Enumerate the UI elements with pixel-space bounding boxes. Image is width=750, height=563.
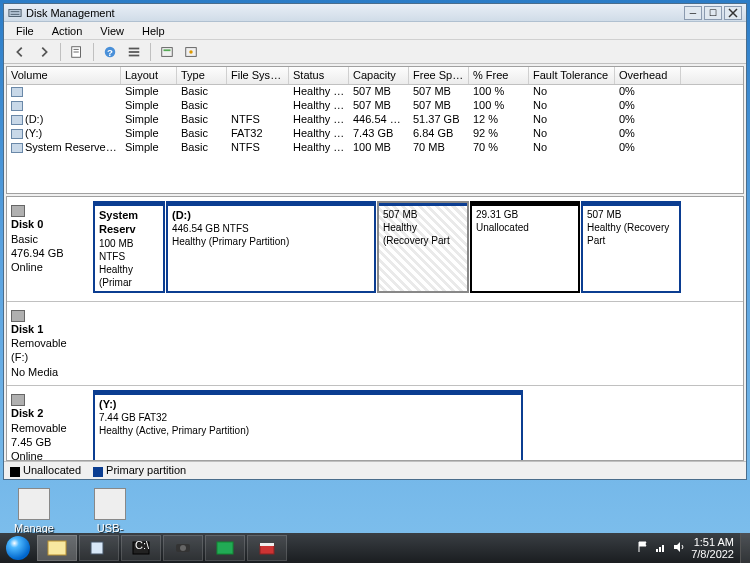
menu-bar: File Action View Help	[4, 22, 746, 40]
back-icon[interactable]	[10, 42, 30, 62]
volume-row[interactable]: (D:)SimpleBasicNTFSHealthy (P...446.54 G…	[7, 113, 743, 127]
tray-volume-icon[interactable]	[673, 541, 685, 555]
titlebar[interactable]: Disk Management ─ ☐	[4, 4, 746, 22]
volume-row[interactable]: SimpleBasicHealthy (R...507 MB507 MB100 …	[7, 85, 743, 99]
svg-rect-9	[129, 51, 140, 53]
show-desktop-button[interactable]	[740, 533, 750, 563]
refresh-icon[interactable]	[157, 42, 177, 62]
clock[interactable]: 1:51 AM 7/8/2022	[691, 536, 734, 560]
usb-dism-icon	[94, 488, 126, 520]
volume-row[interactable]: SimpleBasicHealthy (R...507 MB507 MB100 …	[7, 99, 743, 113]
partition[interactable]: 29.31 GBUnallocated	[470, 201, 580, 293]
maximize-button[interactable]: ☐	[704, 6, 722, 20]
disk-block: Disk 1Removable (F:)No Media	[7, 302, 743, 386]
svg-rect-10	[129, 54, 140, 56]
legend: Unallocated Primary partition	[4, 461, 746, 479]
svg-rect-16	[91, 542, 103, 554]
partition[interactable]: 507 MBHealthy (Recovery Part	[581, 201, 681, 293]
volume-list: Volume Layout Type File System Status Ca…	[6, 66, 744, 194]
svg-rect-8	[129, 47, 140, 49]
svg-rect-26	[662, 545, 664, 552]
wireless-icon	[18, 488, 50, 520]
tray-network-icon[interactable]	[655, 541, 667, 555]
svg-rect-1	[11, 11, 20, 12]
disk-block: Disk 0Basic476.94 GBOnlineSystem Reserv1…	[7, 197, 743, 302]
taskbar-item[interactable]	[247, 535, 287, 561]
settings-icon[interactable]	[181, 42, 201, 62]
windows-orb-icon	[6, 536, 30, 560]
taskbar: C:\ 1:51 AM 7/8/2022	[0, 533, 750, 563]
partition[interactable]: System Reserv100 MB NTFSHealthy (Primar	[93, 201, 165, 293]
legend-label: Primary partition	[106, 464, 186, 476]
volume-row[interactable]: (Y:)SimpleBasicFAT32Healthy (P...7.43 GB…	[7, 127, 743, 141]
app-icon	[8, 6, 22, 20]
svg-text:?: ?	[107, 46, 113, 57]
start-button[interactable]	[0, 533, 36, 563]
col-ft[interactable]: Fault Tolerance	[529, 67, 615, 84]
forward-icon[interactable]	[34, 42, 54, 62]
tray-flag-icon[interactable]	[637, 541, 649, 555]
svg-rect-21	[217, 542, 233, 554]
partition[interactable]: 507 MBHealthy (Recovery Part	[377, 201, 469, 293]
col-type[interactable]: Type	[177, 67, 227, 84]
col-pctfree[interactable]: % Free	[469, 67, 529, 84]
svg-rect-2	[11, 13, 20, 14]
properties-icon[interactable]	[67, 42, 87, 62]
col-layout[interactable]: Layout	[121, 67, 177, 84]
col-overhead[interactable]: Overhead	[615, 67, 681, 84]
svg-rect-25	[659, 547, 661, 552]
disk-map: Disk 0Basic476.94 GBOnlineSystem Reserv1…	[6, 196, 744, 461]
window-title: Disk Management	[26, 7, 684, 19]
svg-rect-11	[162, 47, 173, 56]
disk-info[interactable]: Disk 2Removable7.45 GBOnline	[7, 386, 89, 461]
svg-rect-24	[656, 549, 658, 552]
taskbar-item[interactable]	[37, 535, 77, 561]
svg-rect-15	[48, 541, 66, 555]
taskbar-item[interactable]	[79, 535, 119, 561]
taskbar-item[interactable]	[205, 535, 245, 561]
help-icon[interactable]: ?	[100, 42, 120, 62]
disk-management-window: Disk Management ─ ☐ File Action View Hel…	[3, 3, 747, 480]
partition[interactable]: (Y:)7.44 GB FAT32Healthy (Active, Primar…	[93, 390, 523, 461]
col-fs[interactable]: File System	[227, 67, 289, 84]
disk-partitions	[89, 302, 743, 385]
menu-file[interactable]: File	[8, 24, 42, 38]
disk-partitions: System Reserv100 MB NTFSHealthy (Primar(…	[89, 197, 743, 301]
col-free[interactable]: Free Spa...	[409, 67, 469, 84]
taskbar-item[interactable]	[163, 535, 203, 561]
volume-rows: SimpleBasicHealthy (R...507 MB507 MB100 …	[7, 85, 743, 193]
menu-view[interactable]: View	[92, 24, 132, 38]
svg-rect-12	[164, 49, 171, 51]
minimize-button[interactable]: ─	[684, 6, 702, 20]
svg-point-20	[180, 545, 186, 551]
legend-swatch-primary	[93, 467, 103, 477]
menu-help[interactable]: Help	[134, 24, 173, 38]
toolbar: ?	[4, 40, 746, 64]
disk-block: Disk 2Removable7.45 GBOnline(Y:)7.44 GB …	[7, 386, 743, 461]
legend-label: Unallocated	[23, 464, 81, 476]
taskbar-item[interactable]: C:\	[121, 535, 161, 561]
disk-info[interactable]: Disk 1Removable (F:)No Media	[7, 302, 89, 385]
svg-text:C:\: C:\	[135, 540, 150, 551]
col-capacity[interactable]: Capacity	[349, 67, 409, 84]
volume-row[interactable]: System Reserved (...SimpleBasicNTFSHealt…	[7, 141, 743, 155]
svg-rect-23	[260, 543, 274, 546]
partition[interactable]: (D:)446.54 GB NTFSHealthy (Primary Parti…	[166, 201, 376, 293]
legend-swatch-unallocated	[10, 467, 20, 477]
svg-point-14	[189, 50, 193, 54]
disk-info[interactable]: Disk 0Basic476.94 GBOnline	[7, 197, 89, 301]
svg-rect-22	[260, 545, 274, 554]
volume-header: Volume Layout Type File System Status Ca…	[7, 67, 743, 85]
menu-action[interactable]: Action	[44, 24, 91, 38]
svg-rect-0	[9, 9, 21, 16]
col-volume[interactable]: Volume	[7, 67, 121, 84]
col-status[interactable]: Status	[289, 67, 349, 84]
list-icon[interactable]	[124, 42, 144, 62]
disk-partitions: (Y:)7.44 GB FAT32Healthy (Active, Primar…	[89, 386, 743, 461]
system-tray: 1:51 AM 7/8/2022	[637, 536, 740, 560]
close-button[interactable]	[724, 6, 742, 20]
